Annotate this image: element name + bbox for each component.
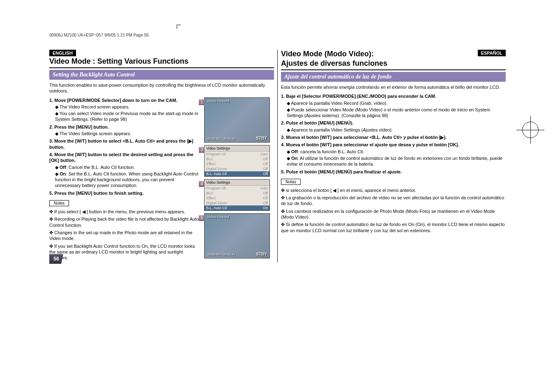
intro-text: This function enables to save power cons… (49, 82, 274, 94)
note-item: Recording or Playing back the video file… (49, 216, 201, 228)
two-column-layout: ENGLISH Video Mode : Setting Various Fun… (49, 50, 506, 262)
note-item: Changes in the set-up made in the Photo … (49, 230, 201, 242)
steps-block: Move [POWER/MODE Selector] down to turn … (49, 97, 201, 263)
step-5: Press the [MENU] button to finish settin… (49, 190, 201, 196)
screen-title: Video Record (207, 99, 229, 103)
screenshot-1: 1 Video Record 00:00:00 / 00:43:41 STBY (204, 97, 270, 143)
step-2: Pulse el botón [MENU] (MENÚ). Aparece la… (281, 120, 506, 133)
language-tag: ESPAÑOL (478, 50, 506, 56)
option-off: Off: cancela la función B.L. Auto Ctl. (287, 149, 506, 154)
file-header: 00906J M2100 UK+ESP~057 9/8/05 1:21 PM P… (49, 33, 506, 37)
menu-row-selected: B.L. Auto CtlOff (205, 171, 269, 176)
section-title-line1: Video Mode (Modo Vídeo): (281, 50, 474, 58)
screenshot-number: 4 (199, 181, 205, 187)
subsection-title: Setting the Backlight Auto Control (49, 70, 274, 80)
crop-mark-icon (177, 25, 181, 29)
stby-label: STBY (256, 136, 267, 141)
bullet: You can select Video mode or Previous mo… (55, 111, 201, 122)
step-3: Move the [W/T] button to select <B.L. Au… (49, 138, 201, 150)
section-title-line2: Ajustes de diversas funciones (281, 59, 506, 70)
subsection-title: Ajuste del control automático de luz de … (281, 72, 506, 82)
screenshot-number: 1 (199, 99, 205, 105)
section-title: Video Mode : Setting Various Functions (49, 57, 274, 68)
option-on: On: Al utilizar la función de control au… (287, 155, 506, 167)
step-4: Mueva el botón [W/T] para seleccionar el… (281, 142, 506, 167)
note-item: si selecciona el botón [ ◀ ] en el menú,… (281, 187, 506, 193)
stby-label: STBY (256, 252, 267, 256)
screenshot-number: 3 (199, 147, 205, 153)
registration-mark-icon (522, 122, 539, 138)
bullet: Aparece la pantalla Video Settings (Ajus… (287, 127, 506, 133)
screenshot-3: 3 Video Settings Program AEAuto BLCOff E… (204, 145, 270, 177)
manual-page: 00906J M2100 UK+ESP~057 9/8/05 1:21 PM P… (0, 0, 555, 270)
menu-title: Video Settings (205, 145, 269, 152)
menu-title: Video Settings (205, 180, 269, 186)
screenshot-4: 4 Video Settings Program AEAuto BLCOff E… (204, 179, 270, 211)
page-number: 56 (49, 254, 63, 264)
step-1: Baje el [Selector POWER/MODE] (ENC./MODO… (281, 93, 506, 118)
bullet: The Video Settings screen appears. (55, 131, 201, 136)
menu-row-selected: B.L. Auto CtlOn (205, 205, 269, 210)
bullet: Aparece la pantalla Video Record (Grab. … (287, 100, 506, 106)
note-item: If you set Backlight Auto Control functi… (49, 243, 201, 261)
language-tag: ENGLISH (49, 50, 76, 56)
step-4: Move the [W/T] button to select the desi… (49, 152, 201, 189)
note-item: If you select [ ◀ ] button in the menu, … (49, 209, 201, 214)
step-5: Pulse el botón [MENU] (MENÚ) para finali… (281, 169, 506, 175)
step-1: Move [POWER/MODE Selector] down to turn … (49, 97, 201, 122)
step-3: Mueva el botón [W/T] para seleccionar <B… (281, 134, 506, 140)
record-time: 00:00:00 / 00:43:41 (207, 137, 235, 141)
option-off: Off: Cancel the B.L. Auto Ctl function. (55, 164, 201, 170)
screenshot-number: 5 (199, 215, 205, 221)
notes-label: Notas (281, 179, 301, 185)
notes-label: Notes (49, 200, 69, 206)
record-time: 00:00:00 / 00:43:41 (207, 253, 235, 256)
note-item: Los cambios realizados en la configuraci… (281, 208, 506, 220)
english-column: ENGLISH Video Mode : Setting Various Fun… (49, 50, 278, 262)
option-on: On: Set the B.L. Auto Ctl function. When… (55, 171, 201, 189)
screenshot-column: 1 Video Record 00:00:00 / 00:43:41 STBY … (204, 97, 274, 263)
spanish-column: Video Mode (Modo Vídeo): ESPAÑOL Ajustes… (278, 50, 506, 262)
screenshot-5: 5 Video Record 00:00:00 / 00:43:41 STBY (204, 213, 270, 258)
note-item: La grabación o la reproducción del archi… (281, 195, 506, 207)
note-item: Si define la función de control automáti… (281, 221, 506, 233)
screen-title: Video Record (207, 215, 229, 219)
bullet: Puede seleccionar Video Mode (Modo Vídeo… (287, 107, 506, 119)
step-2: Press the [MENU] button. The Video Setti… (49, 124, 201, 137)
intro-text: Esta función permite ahorrar energía con… (281, 84, 506, 90)
bullet: The Video Record screen appears. (55, 104, 201, 110)
